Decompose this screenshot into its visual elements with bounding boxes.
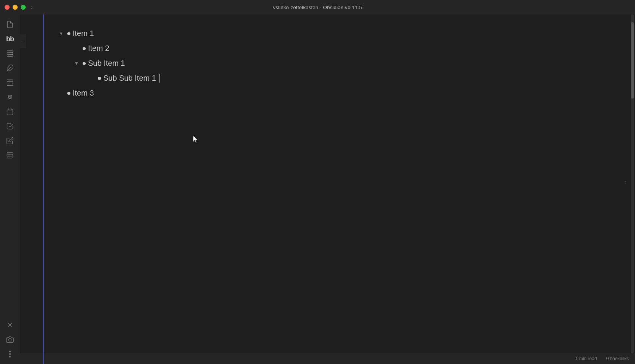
svg-line-18 bbox=[9, 96, 10, 98]
editor-area[interactable]: ▼ Item 1 Item 2 ▼ Sub Item 1 Sub Sub Ite… bbox=[44, 15, 627, 353]
bullet-item1 bbox=[67, 32, 70, 35]
new-note-icon[interactable] bbox=[3, 18, 17, 31]
extended-table-icon[interactable] bbox=[3, 148, 17, 162]
close-panel-icon[interactable] bbox=[3, 318, 17, 332]
right-collapse-button[interactable]: › bbox=[625, 179, 627, 185]
bullet-subsubitem1 bbox=[98, 77, 101, 80]
minimize-window-button[interactable] bbox=[13, 5, 18, 10]
subitem1-text: Sub Item 1 bbox=[88, 59, 125, 68]
review-icon[interactable] bbox=[3, 119, 17, 133]
svg-rect-23 bbox=[7, 153, 13, 158]
collapse-arrow-item1[interactable]: ▼ bbox=[59, 31, 65, 36]
backlinks-count: 0 backlinks bbox=[606, 356, 629, 361]
svg-rect-7 bbox=[7, 80, 13, 86]
svg-point-10 bbox=[8, 95, 9, 96]
more-options-icon[interactable] bbox=[3, 347, 17, 361]
list-item: ▼ Item 1 bbox=[59, 26, 612, 41]
list-item: ▼ Sub Item 1 bbox=[59, 56, 612, 71]
svg-rect-0 bbox=[7, 51, 13, 57]
list-item: Item 3 bbox=[59, 86, 612, 101]
plugin-icon[interactable] bbox=[3, 61, 17, 75]
scrollbar-thumb[interactable] bbox=[631, 22, 634, 99]
item1-text: Item 1 bbox=[73, 29, 94, 38]
svg-point-12 bbox=[8, 98, 9, 99]
notes-compose-icon[interactable] bbox=[3, 134, 17, 148]
svg-rect-19 bbox=[7, 109, 13, 115]
outline-panel-icon[interactable]: bb bbox=[3, 32, 17, 46]
window-title: vslinko-zettelkasten - Obsidian v0.11.5 bbox=[273, 5, 362, 10]
titlebar: ‹ › vslinko-zettelkasten - Obsidian v0.1… bbox=[0, 0, 635, 15]
list-item: Sub Sub Item 1 bbox=[59, 71, 612, 86]
item3-text: Item 3 bbox=[73, 89, 94, 98]
subsubitem1-text: Sub Sub Item 1 bbox=[103, 74, 156, 83]
bullet-item2 bbox=[83, 47, 86, 50]
sidebar-bottom bbox=[3, 318, 17, 364]
back-button[interactable]: ‹ bbox=[20, 3, 25, 12]
calendar-icon[interactable] bbox=[3, 105, 17, 119]
statusbar: 1 min read 0 backlinks bbox=[0, 353, 635, 364]
snapshot-icon[interactable] bbox=[3, 333, 17, 346]
item2-text: Item 2 bbox=[88, 44, 109, 53]
scrollbar-track bbox=[631, 15, 634, 353]
collapse-arrow-subitem1[interactable]: ▼ bbox=[74, 61, 80, 66]
left-border-accent bbox=[43, 15, 44, 364]
read-time: 1 min read bbox=[575, 356, 597, 361]
sidebar-expand-button[interactable]: › bbox=[20, 34, 26, 48]
navigation-arrows: ‹ › bbox=[20, 3, 34, 12]
text-cursor bbox=[159, 74, 160, 83]
svg-point-13 bbox=[11, 98, 12, 99]
scrollbar[interactable] bbox=[627, 15, 635, 353]
svg-point-11 bbox=[11, 95, 12, 96]
bullet-subitem1 bbox=[83, 62, 86, 65]
template-icon[interactable] bbox=[3, 76, 17, 89]
outline-bb-label: bb bbox=[6, 36, 14, 42]
bullet-item3 bbox=[67, 92, 70, 95]
table-icon[interactable] bbox=[3, 47, 17, 60]
three-dots-menu[interactable] bbox=[7, 348, 13, 360]
svg-point-29 bbox=[9, 339, 11, 341]
left-sidebar: bb bbox=[0, 15, 20, 364]
close-window-button[interactable] bbox=[5, 5, 10, 10]
graph-view-icon[interactable] bbox=[3, 90, 17, 104]
forward-button[interactable]: › bbox=[29, 3, 34, 12]
list-item: Item 2 bbox=[59, 41, 612, 56]
